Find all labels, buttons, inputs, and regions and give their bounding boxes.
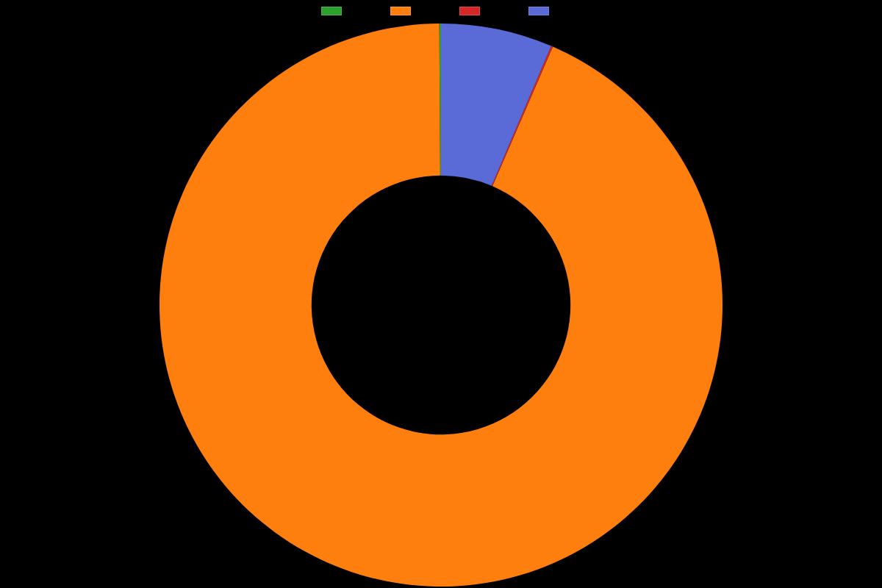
legend-swatch-3 — [528, 7, 549, 15]
legend-label-1 — [415, 6, 423, 16]
legend-swatch-2 — [459, 7, 480, 15]
legend-item-0 — [321, 6, 354, 16]
legend-label-3 — [553, 6, 561, 16]
legend — [0, 6, 882, 16]
legend-swatch-1 — [390, 7, 411, 15]
donut-chart-area — [0, 22, 882, 588]
chart-container — [0, 0, 882, 588]
legend-swatch-0 — [321, 7, 342, 15]
legend-item-2 — [459, 6, 492, 16]
legend-label-2 — [484, 6, 492, 16]
legend-item-1 — [390, 6, 423, 16]
legend-label-0 — [346, 6, 354, 16]
donut-chart — [158, 22, 724, 588]
legend-item-3 — [528, 6, 561, 16]
